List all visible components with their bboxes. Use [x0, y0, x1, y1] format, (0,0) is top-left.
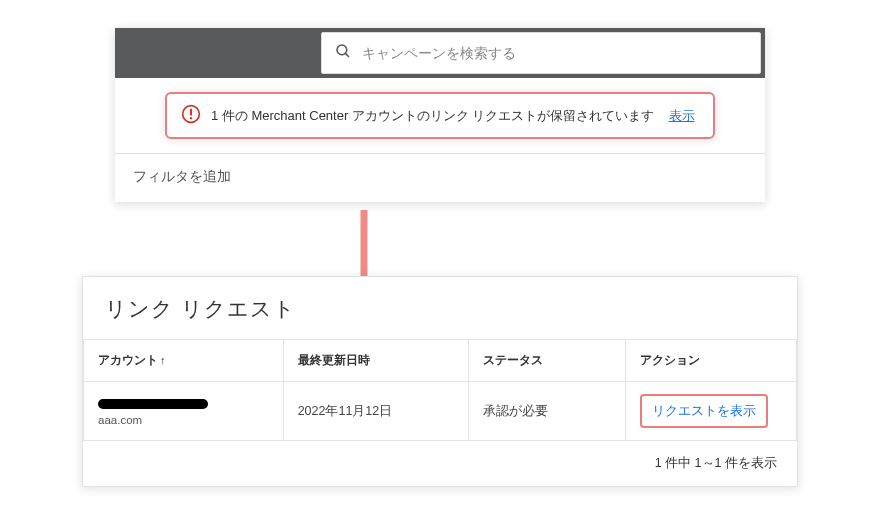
col-account[interactable]: アカウント↑ [84, 340, 284, 382]
merchant-alert: 1 件の Merchant Center アカウントのリンク リクエストが保留さ… [165, 92, 715, 139]
col-account-label: アカウント [98, 353, 158, 367]
alert-text: 1 件の Merchant Center アカウントのリンク リクエストが保留さ… [211, 107, 655, 125]
sort-asc-icon: ↑ [160, 354, 166, 366]
cell-updated: 2022年11月12日 [283, 382, 468, 441]
cell-status: 承認が必要 [469, 382, 626, 441]
panel-title: リンク リクエスト [83, 277, 797, 339]
pager-text: 1 件中 1～1 件を表示 [83, 441, 797, 486]
link-requests-panel: リンク リクエスト アカウント↑ 最終更新日時 ステータス アクション aaa.… [82, 276, 798, 487]
account-domain: aaa.com [98, 414, 269, 426]
redacted-account-name [98, 399, 208, 409]
view-request-link[interactable]: リクエストを表示 [652, 403, 756, 418]
cell-account: aaa.com [84, 382, 284, 441]
search-box[interactable] [321, 32, 761, 74]
campaign-panel: 1 件の Merchant Center アカウントのリンク リクエストが保留さ… [115, 28, 765, 202]
search-icon [334, 42, 352, 64]
col-action[interactable]: アクション [625, 340, 796, 382]
col-updated[interactable]: 最終更新日時 [283, 340, 468, 382]
alert-show-link[interactable]: 表示 [669, 107, 695, 125]
table-row: aaa.com 2022年11月12日 承認が必要 リクエストを表示 [84, 382, 797, 441]
search-input[interactable] [362, 45, 748, 61]
svg-point-0 [337, 45, 347, 55]
table-header-row: アカウント↑ 最終更新日時 ステータス アクション [84, 340, 797, 382]
svg-point-4 [190, 117, 192, 119]
alert-icon [181, 104, 201, 127]
header-bar [115, 28, 765, 78]
cell-action: リクエストを表示 [625, 382, 796, 441]
action-highlight: リクエストを表示 [640, 394, 768, 428]
add-filter[interactable]: フィルタを追加 [115, 153, 765, 202]
requests-table: アカウント↑ 最終更新日時 ステータス アクション aaa.com 2022年1… [83, 339, 797, 441]
col-status[interactable]: ステータス [469, 340, 626, 382]
svg-line-1 [345, 53, 349, 57]
